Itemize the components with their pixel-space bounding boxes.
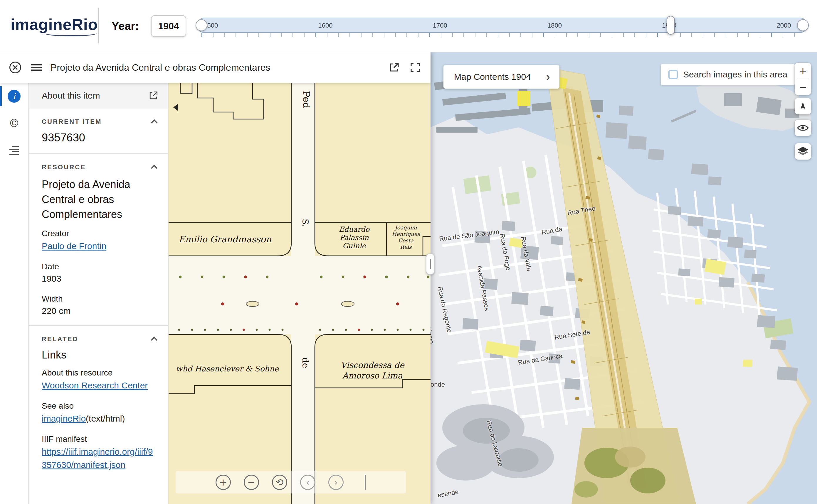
timeline-track[interactable]: 1500 1600 1700 1800 1900 2000 (197, 18, 808, 33)
block-label: Joaquim (394, 224, 417, 231)
block-label: Emilio Grandmasson (178, 234, 272, 244)
creator-link[interactable]: Paulo de Frontin (42, 241, 106, 251)
about-resource-link[interactable]: Woodson Research Center (42, 380, 148, 390)
hamburger-icon (31, 63, 42, 72)
external-link-icon (388, 62, 400, 73)
timeline-graduations (201, 33, 803, 37)
tab-contents[interactable] (0, 137, 28, 164)
street-label: onde (431, 381, 445, 388)
tab-info[interactable]: i (0, 83, 28, 110)
timeline-range-start-handle[interactable] (195, 19, 207, 31)
panel-header: Projeto da Avenida Central e obras Compl… (0, 52, 431, 83)
block-label: Viscondessa de (341, 360, 405, 370)
zoom-out-button[interactable]: − (795, 79, 811, 95)
block-label: whd Hasenclever & Sohne (176, 364, 279, 373)
metadata-column: About this item CURRENT ITEM 9357630 RES… (29, 83, 168, 504)
fullscreen-icon (409, 62, 421, 73)
street-name: Ped (301, 91, 312, 109)
map-area[interactable]: Rua de São Joaquim Avenida Passos Rua do… (431, 52, 817, 504)
block-label: Guinle (342, 242, 366, 250)
close-icon (9, 61, 22, 74)
about-item-label: About this item (42, 91, 100, 101)
viewer-previous-button[interactable]: ‹ (300, 475, 315, 490)
panel-resize-handle[interactable] (426, 253, 435, 275)
block-label: Eduardo (339, 225, 370, 234)
copyright-icon: © (10, 117, 18, 130)
topbar: imagineRio Year: 1500 1600 1700 1800 190… (0, 0, 817, 52)
section-header-label: RELATED (42, 335, 78, 343)
fullscreen-button[interactable] (405, 57, 426, 78)
resource-header[interactable]: RESOURCE (42, 163, 157, 171)
item-panel: Projeto da Avenida Central e obras Compl… (0, 52, 431, 504)
width-value: 220 cm (42, 306, 157, 316)
viewer-toolbar: + − ⟲ ‹ › (175, 471, 406, 493)
chevron-up-icon (151, 119, 158, 126)
chevron-right-icon: › (546, 71, 550, 82)
current-item-id: 9357630 (42, 131, 157, 144)
external-link-icon (148, 90, 158, 101)
image-viewer[interactable]: Ped S. de Emilio Grandmasson Eduardo Pal… (168, 83, 431, 504)
related-section: RELATED Links About this resource Woodso… (29, 326, 168, 480)
block-label: Reis (400, 244, 412, 250)
list-icon (9, 146, 19, 155)
zoom-in-button[interactable]: + (795, 63, 811, 79)
layers-icon (797, 146, 809, 157)
chevron-up-icon (151, 165, 158, 172)
related-header[interactable]: RELATED (42, 335, 157, 343)
timeline-tick-label: 1600 (318, 22, 333, 29)
see-also-label: See also (42, 401, 157, 411)
timeline-tick-label: 2000 (777, 22, 791, 29)
links-title: Links (42, 349, 157, 361)
street-name: de (301, 357, 311, 368)
timeline-thumb[interactable] (667, 16, 675, 35)
close-button[interactable] (5, 57, 26, 78)
year-input[interactable] (151, 15, 186, 37)
timeline-slider[interactable]: 1500 1600 1700 1800 1900 2000 (197, 18, 808, 41)
viewer-home-button[interactable]: ⟲ (272, 475, 287, 490)
block-label: Costa (398, 237, 413, 243)
deep-zoom-image[interactable]: Ped S. de Emilio Grandmasson Eduardo Pal… (168, 83, 431, 504)
app: Rua de São Joaquim Avenida Passos Rua do… (0, 0, 817, 504)
width-label: Width (42, 294, 157, 304)
viewer-next-button[interactable]: › (328, 475, 344, 490)
section-header-label: RESOURCE (42, 163, 86, 171)
search-area-box: Search images in this area (661, 64, 795, 85)
viewer-zoom-out-button[interactable]: − (244, 475, 259, 490)
visibility-button[interactable] (795, 120, 811, 136)
block-label: Amoroso Lima (342, 371, 403, 380)
compass-button[interactable] (795, 98, 811, 114)
chevron-up-icon (151, 337, 158, 344)
date-label: Date (42, 262, 157, 271)
about-resource-label: About this resource (42, 368, 157, 378)
current-item-header[interactable]: CURRENT ITEM (42, 118, 157, 126)
page-indicator (365, 475, 366, 490)
block-label: Henriques (392, 231, 420, 237)
creator-label: Creator (42, 229, 157, 238)
date-value: 1903 (42, 274, 157, 284)
year-label: Year: (112, 20, 139, 33)
timeline-tick-label: 1700 (433, 22, 447, 29)
menu-button[interactable] (26, 57, 47, 78)
zoom-control: + − (795, 63, 811, 95)
timeline-tick-label: 1800 (547, 22, 562, 29)
open-external-button[interactable] (384, 57, 405, 78)
map-contents-button[interactable]: Map Contents 1904 › (443, 65, 559, 89)
search-area-label: Search images in this area (683, 70, 787, 80)
viewer-zoom-in-button[interactable]: + (216, 475, 231, 490)
info-icon: i (8, 90, 21, 103)
divider (98, 8, 99, 43)
resource-title: Projeto da Avenida Central e obras Compl… (42, 177, 157, 222)
tab-rights[interactable]: © (0, 110, 28, 137)
timeline-range-end-handle[interactable] (797, 19, 809, 31)
about-item-row[interactable]: About this item (29, 83, 168, 109)
eye-icon (797, 124, 809, 132)
iiif-manifest-link[interactable]: 357630/manifest.json (42, 460, 125, 470)
see-also-link[interactable]: imagineRio (42, 414, 86, 423)
layers-button[interactable] (795, 143, 811, 160)
search-area-checkbox[interactable] (669, 70, 678, 79)
collapse-panel-arrow[interactable] (173, 104, 178, 111)
block-label: Palassin (340, 234, 369, 242)
iiif-manifest-link[interactable]: https://iiif.imaginerio.org/iiif/9 (42, 447, 153, 456)
resource-section: RESOURCE Projeto da Avenida Central e ob… (29, 154, 168, 326)
app-logo[interactable]: imagineRio (11, 15, 98, 33)
